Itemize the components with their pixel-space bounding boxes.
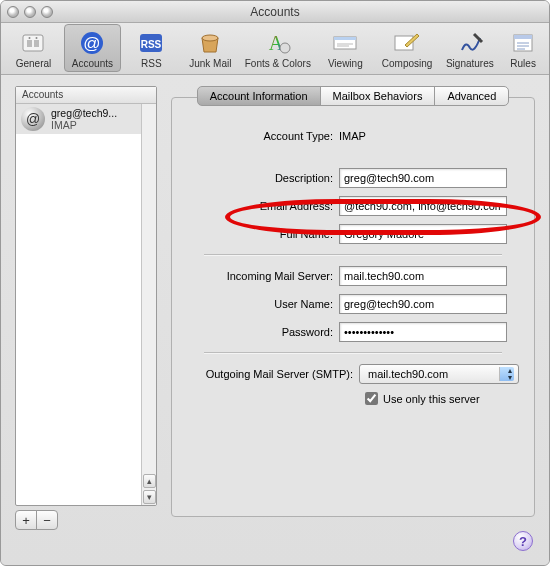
toolbar-rss[interactable]: RSS RSS [123, 24, 180, 72]
toolbar-general[interactable]: General [5, 24, 62, 72]
account-type: IMAP [51, 119, 117, 131]
incoming-server-label: Incoming Mail Server: [184, 270, 339, 282]
username-label: User Name: [184, 298, 339, 310]
separator [204, 254, 502, 256]
toolbar-label: Fonts & Colors [245, 58, 311, 69]
sidebar-scrollbar[interactable]: ▴ ▾ [141, 104, 156, 505]
svg-rect-18 [514, 35, 532, 39]
toolbar-junk[interactable]: Junk Mail [182, 24, 239, 72]
svg-point-9 [202, 35, 218, 41]
svg-point-11 [280, 43, 290, 53]
separator [204, 352, 502, 354]
tab-account-information[interactable]: Account Information [197, 86, 321, 106]
svg-rect-0 [23, 35, 43, 51]
toolbar-fonts[interactable]: A Fonts & Colors [241, 24, 315, 72]
account-type-value: IMAP [339, 130, 522, 142]
viewing-icon [331, 30, 359, 56]
help-button[interactable]: ? [513, 531, 533, 551]
composing-icon [393, 30, 421, 56]
svg-rect-13 [334, 37, 356, 40]
svg-text:@: @ [84, 34, 101, 53]
toolbar-label: Viewing [328, 58, 363, 69]
junk-mail-icon [196, 30, 224, 56]
sidebar-header: Accounts [16, 87, 156, 104]
titlebar: Accounts [1, 1, 549, 23]
toolbar-accounts[interactable]: @ Accounts [64, 24, 121, 72]
toolbar-label: Junk Mail [189, 58, 231, 69]
toolbar-signatures[interactable]: Signatures [440, 24, 499, 72]
password-input[interactable] [339, 322, 507, 342]
sidebar-list[interactable]: @ greg@tech9... IMAP [16, 104, 141, 505]
at-sign-icon: @ [78, 30, 106, 56]
full-name-label: Full Name: [184, 228, 339, 240]
toolbar-viewing[interactable]: Viewing [317, 24, 374, 72]
preferences-toolbar: General @ Accounts RSS RSS Junk Mail A F… [1, 23, 549, 75]
email-address-label: Email Address: [184, 200, 339, 212]
password-label: Password: [184, 326, 339, 338]
description-label: Description: [184, 172, 339, 184]
tab-mailbox-behaviors[interactable]: Mailbox Behaviors [320, 86, 436, 106]
use-only-checkbox[interactable] [365, 392, 378, 405]
svg-point-3 [29, 37, 31, 39]
svg-text:RSS: RSS [141, 39, 162, 50]
toolbar-label: General [16, 58, 52, 69]
use-only-label: Use only this server [383, 393, 480, 405]
incoming-server-input[interactable] [339, 266, 507, 286]
signature-icon [456, 30, 484, 56]
scroll-up-icon[interactable]: ▴ [143, 474, 156, 488]
email-address-input[interactable] [339, 196, 507, 216]
full-name-input[interactable] [339, 224, 507, 244]
toolbar-label: Rules [510, 58, 536, 69]
content-area: Accounts @ greg@tech9... IMAP ▴ ▾ [1, 76, 549, 565]
toolbar-label: RSS [141, 58, 162, 69]
window-title: Accounts [1, 5, 549, 19]
popup-arrows-icon: ▴▾ [508, 367, 512, 381]
svg-point-4 [36, 37, 38, 39]
account-name: greg@tech9... [51, 107, 117, 119]
toolbar-composing[interactable]: Composing [376, 24, 439, 72]
account-row[interactable]: @ greg@tech9... IMAP [16, 104, 141, 134]
smtp-value: mail.tech90.com [368, 368, 448, 380]
switch-icon [19, 30, 47, 56]
rss-icon: RSS [137, 30, 165, 56]
at-sign-icon: @ [21, 107, 45, 131]
scroll-down-icon[interactable]: ▾ [143, 490, 156, 504]
fonts-colors-icon: A [264, 30, 292, 56]
description-input[interactable] [339, 168, 507, 188]
toolbar-label: Accounts [72, 58, 113, 69]
toolbar-label: Signatures [446, 58, 494, 69]
svg-rect-2 [34, 40, 39, 47]
accounts-sidebar: Accounts @ greg@tech9... IMAP ▴ ▾ [15, 86, 157, 506]
rules-icon [509, 30, 537, 56]
remove-account-button[interactable]: − [36, 510, 58, 530]
toolbar-rules[interactable]: Rules [501, 24, 545, 72]
tab-advanced[interactable]: Advanced [434, 86, 509, 106]
account-type-label: Account Type: [184, 130, 339, 142]
preferences-window: Accounts General @ Accounts RSS RSS J [0, 0, 550, 566]
add-account-button[interactable]: + [15, 510, 37, 530]
toolbar-label: Composing [382, 58, 433, 69]
svg-rect-1 [27, 40, 32, 47]
account-info-panel: Account Type: IMAP Description: Email Ad… [171, 97, 535, 517]
main-panel: Account Information Mailbox Behaviors Ad… [171, 86, 535, 547]
username-input[interactable] [339, 294, 507, 314]
smtp-popup[interactable]: mail.tech90.com ▴▾ [359, 364, 519, 384]
smtp-label: Outgoing Mail Server (SMTP): [184, 368, 359, 380]
